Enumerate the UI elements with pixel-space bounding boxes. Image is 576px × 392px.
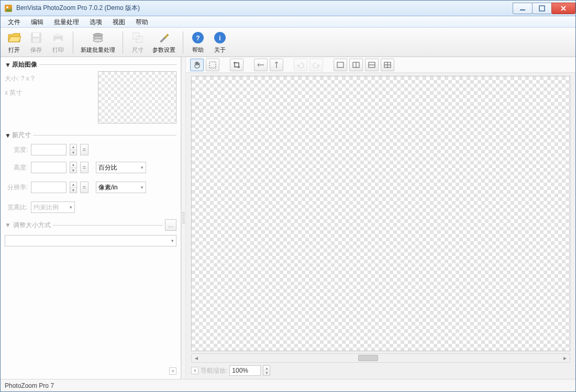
about-label: 关于 [214,46,226,54]
folder-open-icon [7,30,21,45]
resize-method-combo[interactable]: ▾ [5,235,176,247]
titlebar: BenVista PhotoZoom Pro 7.0.2 (Demo 版本) [1,1,575,16]
svg-rect-5 [33,33,39,37]
splitview-grid-button[interactable] [381,59,394,71]
height-input[interactable] [31,162,67,173]
menubar: 文件 编辑 批量处理 选项 视图 帮助 [1,16,575,28]
svg-rect-19 [209,62,216,68]
redo-button [309,59,323,71]
canvas-checker [192,76,570,351]
resolution-label: 分辨率: [5,183,28,192]
save-label: 保存 [30,46,42,54]
new-batch-label: 新建批量处理 [81,46,115,54]
content: ▼ 原始图像 大小: ? x ? x 英寸 ▼ 新尺寸 宽度: ▲▼ [1,57,575,379]
aspect-combo[interactable]: 约束比例▾ [31,201,75,213]
resize-method-header[interactable]: ▼ 调整大小方式 … [5,219,176,231]
svg-rect-6 [33,38,39,42]
chevron-down-icon: ▼ [5,221,11,229]
hand-tool-button[interactable] [190,59,204,71]
scrollbar-thumb[interactable] [358,355,378,361]
marquee-tool-button[interactable] [206,59,219,71]
svg-rect-2 [520,9,525,10]
help-button[interactable]: ? 帮助 [187,29,208,55]
height-spinner[interactable]: ▲▼ [70,162,77,173]
open-label: 打开 [8,46,20,54]
info-icon: i [213,30,227,45]
left-collapse-button[interactable]: ▾ [169,367,176,375]
menu-view[interactable]: 视图 [107,16,130,27]
resize-label: 尺寸 [132,46,143,54]
resize-method-value [7,237,9,244]
canvas-toolbar [186,57,575,73]
left-panel: ▼ 原始图像 大小: ? x ? x 英寸 ▼ 新尺寸 宽度: ▲▼ [1,57,181,379]
toolbar-separator [123,31,123,53]
vertical-splitter[interactable] [181,57,186,379]
close-button[interactable] [551,3,575,14]
about-button[interactable]: i 关于 [209,29,230,55]
splitview-horizontal-button[interactable] [365,59,379,71]
svg-point-1 [6,6,8,8]
zoom-input[interactable]: 100% [229,365,261,376]
flip-horizontal-button[interactable] [254,59,268,71]
open-button[interactable]: 打开 [4,29,25,55]
undo-button [294,59,307,71]
aspect-value: 约束比例 [34,203,59,212]
menu-options[interactable]: 选项 [84,16,107,27]
resize-method-settings-button[interactable]: … [165,219,176,231]
original-image-title: 原始图像 [12,60,37,69]
svg-text:i: i [219,35,220,42]
flip-vertical-button[interactable] [270,59,283,71]
print-icon [51,30,65,45]
toolbar: 打开 保存 打印 新建批量处理 尺寸 参数设置 ? 帮助 i [1,28,575,57]
menu-edit[interactable]: 编辑 [26,16,49,27]
svg-rect-8 [56,33,61,36]
toolbar-separator [183,31,183,53]
scroll-right-icon[interactable]: ▸ [560,354,570,362]
crop-tool-button[interactable] [230,59,243,71]
unit-res-value: 像素/in [98,183,118,192]
width-link-button[interactable]: = [80,144,88,155]
new-size-header[interactable]: ▼ 新尺寸 [5,131,176,140]
new-batch-button[interactable]: 新建批量处理 [77,29,118,55]
unit-res-combo[interactable]: 像素/in▾ [96,182,146,193]
aspect-label: 宽高比: [5,203,28,212]
original-size-label: 大小: ? x ? [5,74,94,83]
window-title: BenVista PhotoZoom Pro 7.0.2 (Demo 版本) [16,4,513,13]
menu-help[interactable]: 帮助 [130,16,153,27]
canvas-horizontal-scrollbar[interactable]: ◂ ▸ [191,353,570,363]
scroll-left-icon[interactable]: ◂ [192,354,201,362]
zoom-spinner[interactable]: ▲▼ [263,365,270,376]
chevron-down-icon: ▼ [5,132,10,139]
zoom-minus-button[interactable]: ▾ [191,367,198,374]
original-res-label: x 英寸 [5,88,94,97]
new-size-title: 新尺寸 [12,131,31,140]
resolution-spinner[interactable]: ▲▼ [70,182,77,193]
params-label: 参数设置 [152,46,175,54]
svg-rect-3 [539,6,545,11]
params-button[interactable]: 参数设置 [149,29,179,55]
maximize-button[interactable] [532,3,552,14]
splitview-single-button[interactable] [334,59,347,71]
zoom-label: 导航缩放: [201,366,227,375]
save-button: 保存 [26,29,47,55]
resolution-link-button[interactable]: = [80,182,88,193]
width-input[interactable] [31,144,67,155]
original-image-header[interactable]: ▼ 原始图像 [5,60,176,69]
toolbar-separator [73,31,73,53]
app-icon [4,4,13,13]
help-icon: ? [191,30,205,45]
resolution-input[interactable] [31,182,67,193]
height-link-button[interactable]: = [80,162,88,173]
width-spinner[interactable]: ▲▼ [70,144,77,155]
splitview-vertical-button[interactable] [349,59,363,71]
menu-file[interactable]: 文件 [3,16,26,27]
save-icon [29,30,43,45]
minimize-button[interactable] [513,3,533,14]
unit-size-combo[interactable]: 百分比▾ [96,162,146,173]
tools-icon [157,30,171,45]
svg-rect-9 [56,39,61,42]
menu-batch[interactable]: 批量处理 [49,16,84,27]
canvas-area[interactable] [191,76,570,351]
print-button: 打印 [48,29,69,55]
height-label: 高度: [5,163,28,172]
